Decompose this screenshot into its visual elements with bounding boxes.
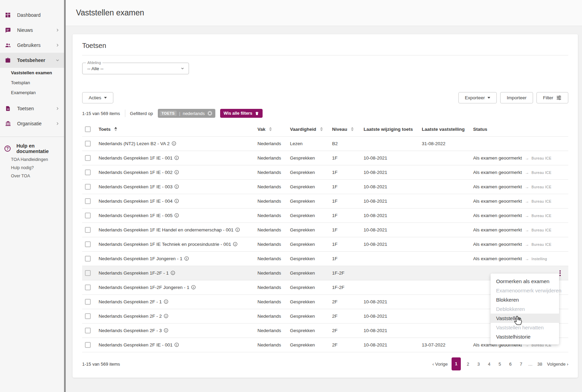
- table-row[interactable]: Nederlands Gesprekken 1F IE Techniek en …: [82, 237, 568, 252]
- acties-button[interactable]: Acties: [82, 92, 113, 103]
- menu-item-blokkeren[interactable]: Blokkeren: [491, 295, 559, 304]
- table-row[interactable]: Nederlands (NT2) Lezen B2 - VA 2 Nederla…: [82, 137, 568, 151]
- sidebar-item-organisatie[interactable]: Organisatie: [0, 116, 64, 131]
- cell-laatste-wijziging: 10-08-2021: [364, 155, 422, 161]
- row-checkbox[interactable]: [85, 141, 91, 147]
- menu-item-oormerken-als-examen[interactable]: Oormerken als examen: [491, 277, 559, 286]
- info-icon[interactable]: [174, 342, 179, 347]
- menu-item-vaststelhistorie[interactable]: Vaststelhistorie: [491, 332, 559, 341]
- pagination-page-5[interactable]: 5: [496, 362, 503, 367]
- menu-item-vaststellen[interactable]: Vaststellen: [491, 314, 559, 323]
- card-footer: 1-15 van 569 items ‹ Vorige 1234567…38 V…: [73, 350, 578, 378]
- header-cell-toets[interactable]: Toets: [99, 127, 257, 132]
- select-all-checkbox[interactable]: [85, 126, 91, 132]
- filter-button[interactable]: Filter: [536, 92, 568, 103]
- info-icon[interactable]: [172, 141, 176, 146]
- filter-chip-toets[interactable]: TOETS | nederlands: [158, 109, 215, 118]
- remove-filter-icon[interactable]: [207, 111, 213, 116]
- pagination-page-4[interactable]: 4: [486, 362, 493, 367]
- info-icon[interactable]: [191, 285, 196, 290]
- row-checkbox[interactable]: [85, 342, 91, 348]
- cell-checkbox: [82, 184, 99, 190]
- row-checkbox[interactable]: [85, 169, 91, 175]
- sidebar-help-link-toa-handleidingen[interactable]: TOA Handleidingen: [0, 155, 64, 164]
- table-row[interactable]: Nederlands Gesprekken 1F IE - 001 Nederl…: [82, 151, 568, 165]
- pagination-page-1[interactable]: 1: [452, 357, 461, 370]
- sidebar-subitem-examenplan[interactable]: Examenplan: [0, 88, 64, 98]
- table-row[interactable]: Nederlands Gesprekken 1F IE - 004 Nederl…: [82, 194, 568, 208]
- sidebar-help-link-over-toa[interactable]: Over TOA: [0, 172, 64, 180]
- info-icon[interactable]: [174, 199, 179, 203]
- sidebar-subitem-vaststellen-examen[interactable]: Vaststellen examen: [0, 68, 64, 78]
- pagination-page-7[interactable]: 7: [518, 362, 524, 367]
- info-icon[interactable]: [174, 213, 179, 218]
- row-checkbox[interactable]: [85, 313, 91, 319]
- pagination-page-2[interactable]: 2: [465, 362, 471, 367]
- page-header: Vaststellen examen: [66, 0, 582, 26]
- sort-icon[interactable]: [320, 127, 323, 131]
- cell-toets: Nederlands Gesprekken 1F IE - 001: [99, 155, 257, 161]
- sort-icon[interactable]: [269, 127, 272, 131]
- info-icon[interactable]: [164, 299, 168, 304]
- sort-icon[interactable]: [114, 127, 117, 131]
- row-checkbox[interactable]: [85, 256, 91, 262]
- filtered-op-label: Gefilterd op: [130, 111, 153, 116]
- pagination-prev[interactable]: ‹ Vorige: [432, 362, 448, 367]
- header-cell-niveau[interactable]: Niveau: [332, 127, 364, 132]
- sidebar-item-toetsen[interactable]: Toetsen: [0, 101, 64, 116]
- info-icon[interactable]: [235, 227, 240, 232]
- pagination-page-38[interactable]: 38: [536, 362, 543, 367]
- importeer-button[interactable]: Importeer: [500, 92, 533, 103]
- info-icon[interactable]: [233, 242, 238, 246]
- row-checkbox[interactable]: [85, 328, 91, 333]
- sort-icon[interactable]: [351, 127, 354, 131]
- row-checkbox[interactable]: [85, 284, 91, 290]
- table-row[interactable]: Nederlands Gesprekken 1F IE - 005 Nederl…: [82, 208, 568, 223]
- table-row[interactable]: Nederlands Gesprekken 1F IE Handel en on…: [82, 223, 568, 237]
- row-checkbox[interactable]: [85, 213, 91, 218]
- sidebar-item-toetsbeheer[interactable]: Toetsbeheer: [0, 53, 64, 68]
- cell-toets: Nederlands Gesprekken 1F IE - 004: [99, 199, 257, 204]
- cell-laatste-wijziging: 10-08-2021: [364, 213, 422, 218]
- cell-checkbox: [82, 342, 99, 348]
- sidebar-item-nieuws[interactable]: Nieuws: [0, 23, 64, 38]
- row-checkbox[interactable]: [85, 198, 91, 204]
- toolbar-right: Exporteer Importeer Filter: [458, 92, 568, 103]
- info-icon[interactable]: [174, 184, 179, 189]
- pagination-page-3[interactable]: 3: [475, 362, 482, 367]
- exporteer-button[interactable]: Exporteer: [458, 92, 497, 103]
- sidebar-help-links: TOA HandleidingenHulp nodig?Over TOA: [0, 155, 64, 180]
- sidebar-item-dashboard[interactable]: Dashboard: [0, 8, 64, 23]
- info-icon[interactable]: [170, 270, 175, 275]
- header-cell-vaardigheid[interactable]: Vaardigheid: [290, 127, 332, 132]
- header-cell-checkbox: [82, 126, 99, 132]
- row-checkbox[interactable]: [85, 241, 91, 247]
- row-checkbox[interactable]: [85, 227, 91, 233]
- info-icon[interactable]: [164, 314, 168, 318]
- sidebar-help-link-hulp-nodig-[interactable]: Hulp nodig?: [0, 164, 64, 172]
- info-icon[interactable]: [174, 155, 179, 160]
- info-icon[interactable]: [184, 256, 189, 261]
- row-checkbox[interactable]: [85, 155, 91, 161]
- header-cell-vak[interactable]: Vak: [257, 127, 290, 132]
- toets-name: Nederlands Gesprekken 1F-2F Jongeren - 1: [99, 285, 189, 290]
- acties-label: Acties: [89, 95, 101, 100]
- cell-checkbox: [82, 328, 99, 333]
- wis-alle-filters-button[interactable]: Wis alle filters: [220, 109, 263, 118]
- afdeling-select[interactable]: Afdeling -- Alle --: [82, 63, 189, 74]
- table-row[interactable]: Nederlands Gesprekken 1F Jongeren - 1 Ne…: [82, 252, 568, 266]
- table-row[interactable]: Nederlands Gesprekken 1F IE - 002 Nederl…: [82, 165, 568, 180]
- row-checkbox[interactable]: [85, 270, 91, 276]
- sidebar-item-help[interactable]: ? Hulp en documentatie: [0, 142, 64, 155]
- row-checkbox[interactable]: [85, 184, 91, 190]
- info-icon[interactable]: [174, 170, 179, 175]
- sidebar-subitem-toetsplan[interactable]: Toetsplan: [0, 78, 64, 88]
- pagination-next[interactable]: Volgende ›: [547, 362, 568, 367]
- sidebar-item-gebruikers[interactable]: Gebruikers: [0, 38, 64, 53]
- cell-status: Als examen geoormerkt → Bureau ICE: [473, 227, 568, 232]
- row-checkbox[interactable]: [85, 299, 91, 305]
- cell-niveau: 1F: [332, 199, 364, 204]
- table-row[interactable]: Nederlands Gesprekken 1F IE - 003 Nederl…: [82, 180, 568, 194]
- pagination-page-6[interactable]: 6: [507, 362, 514, 367]
- info-icon[interactable]: [164, 328, 168, 333]
